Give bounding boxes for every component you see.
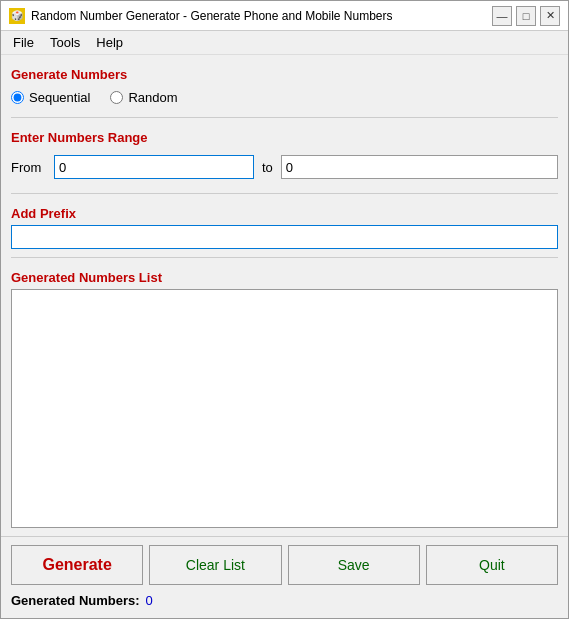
- sequential-radio[interactable]: [11, 91, 24, 104]
- to-input[interactable]: [281, 155, 558, 179]
- range-row: From to: [11, 149, 558, 185]
- generate-button[interactable]: Generate: [11, 545, 143, 585]
- menu-bar: File Tools Help: [1, 31, 568, 55]
- app-icon: 🎲: [9, 8, 25, 24]
- status-row: Generated Numbers: 0: [11, 591, 558, 610]
- clear-list-button[interactable]: Clear List: [149, 545, 281, 585]
- menu-tools[interactable]: Tools: [42, 33, 88, 52]
- save-button[interactable]: Save: [288, 545, 420, 585]
- bottom-bar: Generate Clear List Save Quit Generated …: [1, 536, 568, 618]
- title-bar: 🎲 Random Number Generator - Generate Pho…: [1, 1, 568, 31]
- from-input[interactable]: [54, 155, 254, 179]
- menu-file[interactable]: File: [5, 33, 42, 52]
- main-window: 🎲 Random Number Generator - Generate Pho…: [0, 0, 569, 619]
- divider-1: [11, 117, 558, 118]
- status-value: 0: [146, 593, 153, 608]
- divider-3: [11, 257, 558, 258]
- random-radio[interactable]: [110, 91, 123, 104]
- list-content: [12, 290, 557, 527]
- random-label: Random: [128, 90, 177, 105]
- list-section-label: Generated Numbers List: [11, 270, 558, 285]
- button-row: Generate Clear List Save Quit: [11, 545, 558, 585]
- maximize-button[interactable]: □: [516, 6, 536, 26]
- menu-help[interactable]: Help: [88, 33, 131, 52]
- random-option[interactable]: Random: [110, 90, 177, 105]
- content-area: Generate Numbers Sequential Random Enter…: [1, 55, 568, 536]
- close-button[interactable]: ✕: [540, 6, 560, 26]
- from-label: From: [11, 160, 46, 175]
- sequential-option[interactable]: Sequential: [11, 90, 90, 105]
- generate-section-label: Generate Numbers: [11, 67, 558, 82]
- quit-button[interactable]: Quit: [426, 545, 558, 585]
- divider-2: [11, 193, 558, 194]
- to-label: to: [262, 160, 273, 175]
- numbers-list[interactable]: [11, 289, 558, 528]
- range-section-label: Enter Numbers Range: [11, 130, 558, 145]
- status-label: Generated Numbers:: [11, 593, 140, 608]
- sequential-label: Sequential: [29, 90, 90, 105]
- window-controls: — □ ✕: [492, 6, 560, 26]
- window-title: Random Number Generator - Generate Phone…: [31, 9, 492, 23]
- minimize-button[interactable]: —: [492, 6, 512, 26]
- prefix-input[interactable]: [11, 225, 558, 249]
- prefix-section-label: Add Prefix: [11, 206, 558, 221]
- radio-group: Sequential Random: [11, 86, 558, 109]
